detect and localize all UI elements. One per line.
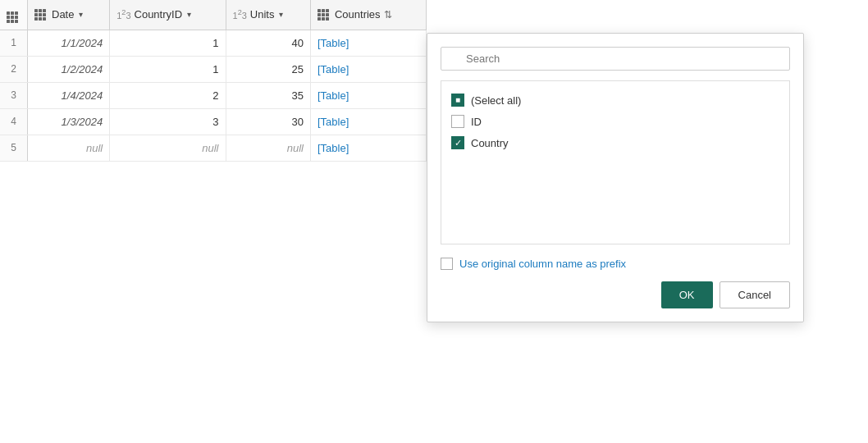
countryid-dropdown-icon[interactable]: ▾ — [187, 10, 191, 19]
units-cell: 25 — [226, 56, 310, 82]
date-cell: 1/4/2024 — [28, 82, 110, 108]
checkbox-label: ID — [471, 116, 482, 128]
table-container: Date ▾ 123 CountryID ▾ 123 Units ▾ — [0, 0, 868, 443]
countryid-cell: null — [110, 135, 226, 161]
units-cell: 35 — [226, 82, 310, 108]
date-column-header[interactable]: Date ▾ — [28, 0, 110, 30]
date-col-label: Date — [52, 8, 74, 21]
checkbox-item[interactable]: ID — [451, 111, 779, 132]
countries-cell: [Table] — [310, 56, 426, 82]
countryid-cell: 2 — [110, 82, 226, 108]
grid-icon — [7, 11, 18, 23]
table-row: 2 1/2/2024 1 25 [Table] — [0, 56, 427, 82]
date-cell: 1/2/2024 — [28, 56, 110, 82]
units-cell: null — [226, 135, 310, 161]
countryid-cell: 3 — [110, 108, 226, 135]
date-cell: null — [28, 135, 110, 161]
checkbox-label: (Select all) — [471, 94, 521, 107]
countries-cell: [Table] — [310, 82, 426, 108]
button-row: OK Cancel — [441, 281, 790, 308]
date-dropdown-icon[interactable]: ▾ — [79, 10, 83, 19]
search-wrapper — [441, 47, 790, 71]
countries-cell: [Table] — [310, 108, 426, 135]
table-row: 1 1/1/2024 1 40 [Table] — [0, 30, 427, 56]
data-table: Date ▾ 123 CountryID ▾ 123 Units ▾ — [0, 0, 427, 162]
search-input[interactable] — [441, 47, 790, 71]
prefix-row: Use original column name as prefix — [441, 258, 790, 270]
checkbox-item[interactable]: Country — [451, 132, 779, 153]
countryid-cell: 1 — [110, 56, 226, 82]
prefix-label: Use original column name as prefix — [459, 258, 626, 270]
countries-column-header[interactable]: Countries ⇅ — [310, 0, 426, 30]
checkbox-item[interactable]: (Select all) — [451, 89, 779, 111]
ok-button[interactable]: OK — [661, 281, 713, 308]
row-num-cell: 5 — [0, 135, 28, 161]
checkbox[interactable] — [451, 136, 464, 149]
countries-cell: [Table] — [310, 135, 426, 161]
countryid-col-label: CountryID — [135, 8, 183, 21]
row-num-header — [0, 0, 28, 30]
date-cell: 1/1/2024 — [28, 30, 110, 56]
row-num-cell: 3 — [0, 82, 28, 108]
checkbox[interactable] — [451, 115, 464, 128]
units-dropdown-icon[interactable]: ▾ — [279, 10, 283, 19]
countryid-column-header[interactable]: 123 CountryID ▾ — [110, 0, 226, 30]
table-row: 3 1/4/2024 2 35 [Table] — [0, 82, 427, 108]
units-col-label: Units — [250, 8, 275, 21]
date-cell: 1/3/2024 — [28, 108, 110, 135]
units-cell: 30 — [226, 108, 310, 135]
row-num-cell: 1 — [0, 30, 28, 56]
checkbox-label: Country — [471, 137, 509, 149]
countries-table-icon — [318, 9, 329, 21]
column-picker-popup: (Select all) ID Country Use original col… — [427, 33, 804, 322]
date-icon — [34, 9, 46, 21]
countries-sort-icon[interactable]: ⇅ — [384, 9, 392, 21]
table-row: 5 null null null [Table] — [0, 135, 427, 161]
countries-cell: [Table] — [310, 30, 426, 56]
checkbox-list: (Select all) ID Country — [441, 80, 790, 244]
countries-col-label: Countries — [335, 8, 381, 21]
row-num-cell: 4 — [0, 108, 28, 135]
countryid-cell: 1 — [110, 30, 226, 56]
row-num-cell: 2 — [0, 56, 28, 82]
table-row: 4 1/3/2024 3 30 [Table] — [0, 108, 427, 135]
prefix-checkbox[interactable] — [441, 258, 453, 270]
countryid-type-icon: 123 — [116, 8, 130, 21]
units-type-icon: 123 — [233, 8, 247, 21]
checkbox[interactable] — [451, 94, 464, 107]
units-column-header[interactable]: 123 Units ▾ — [226, 0, 310, 30]
units-cell: 40 — [226, 30, 310, 56]
cancel-button[interactable]: Cancel — [720, 281, 790, 308]
